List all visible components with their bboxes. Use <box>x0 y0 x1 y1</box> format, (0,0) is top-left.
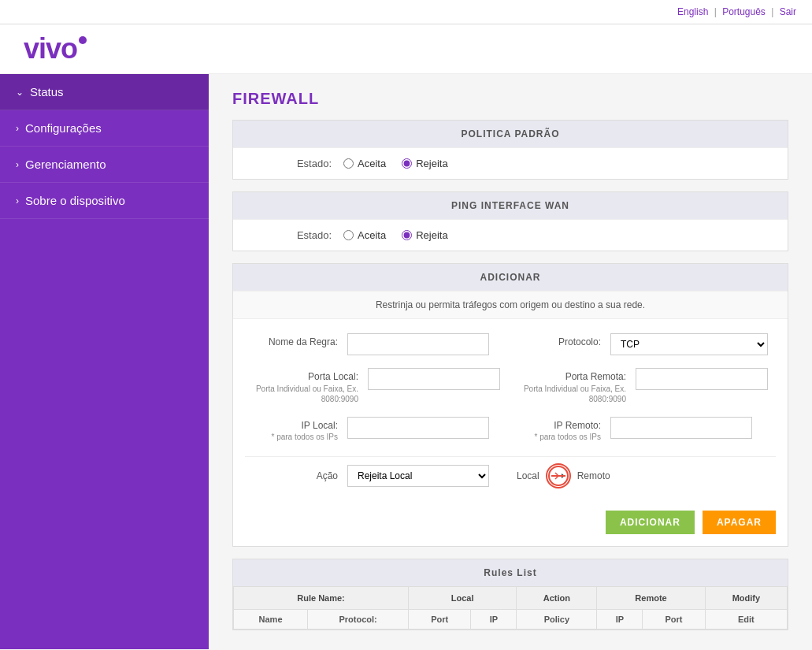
protocolo-select[interactable]: TCP UDP ICMP ALL <box>610 333 768 355</box>
porta-local-field: Porta Local: Porta Individual ou Faixa, … <box>245 362 508 410</box>
sidebar-item-configuracoes[interactable]: › Configurações <box>0 110 209 147</box>
ping-aceita-option[interactable]: Aceita <box>343 229 386 241</box>
sub-col-policy: Policy <box>517 610 597 630</box>
porta-remota-field: Porta Remota: Porta Individual ou Faixa,… <box>508 362 776 410</box>
sub-col-port: Port <box>409 610 471 630</box>
nome-regra-label: Nome da Regra: <box>253 333 347 349</box>
acao-controls: Aceita Local Rejeita Local Aceita Remoto… <box>347 463 610 488</box>
main-layout: ⌄ Status › Configurações › Gerenciamento… <box>0 74 812 649</box>
ping-aceita-radio[interactable] <box>343 230 354 240</box>
logo: vivo <box>24 32 788 65</box>
sub-col-ip-remote: IP <box>597 610 643 630</box>
ip-remoto-input[interactable] <box>610 417 752 439</box>
col-modify: Modify <box>705 587 787 610</box>
porta-local-input[interactable] <box>368 368 500 390</box>
porta-remota-input[interactable] <box>636 368 768 390</box>
direction-toggle-button[interactable] <box>546 463 571 488</box>
lang-portuguese[interactable]: Português <box>722 6 766 17</box>
ping-estado-label: Estado: <box>249 229 343 241</box>
chevron-right-icon: › <box>16 123 19 134</box>
col-local: Local <box>409 587 517 610</box>
direction-control: Local Remoto <box>517 463 610 488</box>
ip-local-field: IP Local: * para todos os IPs <box>245 410 508 449</box>
top-bar: English | Português | Sair <box>0 0 812 24</box>
acao-select[interactable]: Aceita Local Rejeita Local Aceita Remoto… <box>347 465 489 487</box>
page-title: FIREWALL <box>232 90 788 108</box>
adicionar-header: ADICIONAR <box>233 264 788 291</box>
politica-rejeita-option[interactable]: Rejeita <box>402 158 447 169</box>
sidebar: ⌄ Status › Configurações › Gerenciamento… <box>0 74 209 649</box>
chevron-down-icon: ⌄ <box>16 87 24 98</box>
sub-col-ip-local: IP <box>471 610 517 630</box>
ip-local-label: IP Local: * para todos os IPs <box>253 417 347 443</box>
separator-1: | <box>714 6 717 17</box>
politica-padrao-panel: POLITICA PADRÃO Estado: Aceita Rejeita <box>232 120 788 180</box>
ping-aceita-label: Aceita <box>358 229 386 241</box>
politica-aceita-option[interactable]: Aceita <box>343 158 386 169</box>
sidebar-item-label: Gerenciamento <box>25 158 106 171</box>
nome-regra-field: Nome da Regra: <box>245 327 508 362</box>
separator-2: | <box>771 6 773 17</box>
header: vivo <box>0 24 812 74</box>
logout-link[interactable]: Sair <box>780 6 796 17</box>
ip-remoto-field: IP Remoto: * para todos os IPs <box>508 410 776 449</box>
sidebar-item-status[interactable]: ⌄ Status <box>0 74 209 110</box>
logo-dot <box>79 36 87 44</box>
table-header-row: Rule Name: Local Action Remote Modify <box>234 587 788 610</box>
rules-list-header: Rules List <box>233 559 788 586</box>
porta-local-label: Porta Local: Porta Individual ou Faixa, … <box>253 368 368 404</box>
rules-list-panel: Rules List Rule Name: Local Action Remot… <box>232 559 788 630</box>
col-rule-name: Rule Name: <box>234 587 409 610</box>
acao-label: Ação <box>253 470 347 481</box>
sidebar-item-label: Status <box>30 85 64 98</box>
form-grid: Nome da Regra: Protocolo: TCP UDP ICMP A… <box>233 319 788 456</box>
ping-rejeita-label: Rejeita <box>416 229 447 241</box>
sub-col-port-remote: Port <box>643 610 705 630</box>
ping-wan-estado-row: Estado: Aceita Rejeita <box>233 219 788 251</box>
politica-aceita-label: Aceita <box>358 158 386 169</box>
direction-local-label: Local <box>517 470 539 481</box>
ip-local-input[interactable] <box>347 417 489 439</box>
sidebar-item-label: Sobre o dispositivo <box>25 194 125 207</box>
lang-english[interactable]: English <box>677 6 708 17</box>
apagar-button[interactable]: APAGAR <box>703 511 776 534</box>
x-circle-icon <box>547 465 569 487</box>
politica-rejeita-radio[interactable] <box>402 158 412 169</box>
sub-col-protocol: Protocol: <box>308 610 409 630</box>
sidebar-item-sobre[interactable]: › Sobre o dispositivo <box>0 183 209 219</box>
direction-remote-label: Remoto <box>577 470 610 481</box>
politica-aceita-radio[interactable] <box>343 158 354 169</box>
politica-padrao-estado-row: Estado: Aceita Rejeita <box>233 147 788 179</box>
politica-padrao-header: POLITICA PADRÃO <box>233 121 788 147</box>
sidebar-item-label: Configurações <box>25 121 102 135</box>
sidebar-item-gerenciamento[interactable]: › Gerenciamento <box>0 147 209 183</box>
ip-remoto-label: IP Remoto: * para todos os IPs <box>516 417 610 443</box>
porta-remota-label: Porta Remota: Porta Individual ou Faixa,… <box>516 368 636 404</box>
sub-col-name: Name <box>234 610 308 630</box>
table-sub-header-row: Name Protocol: Port IP Policy IP Port Ed… <box>234 610 788 630</box>
ping-rejeita-option[interactable]: Rejeita <box>402 229 447 241</box>
ping-radio-group: Aceita Rejeita <box>343 229 448 241</box>
protocolo-label: Protocolo: <box>516 333 610 349</box>
politica-radio-group: Aceita Rejeita <box>343 158 448 169</box>
politica-estado-label: Estado: <box>249 158 343 169</box>
ping-wan-header: Ping Interface WAN <box>233 192 788 219</box>
sub-col-edit: Edit <box>705 610 787 630</box>
svg-point-0 <box>549 466 568 485</box>
col-action: Action <box>517 587 597 610</box>
ping-wan-panel: Ping Interface WAN Estado: Aceita Rejeit… <box>232 191 788 251</box>
chevron-right-icon: › <box>16 159 19 170</box>
main-content: FIREWALL POLITICA PADRÃO Estado: Aceita … <box>209 74 812 649</box>
button-row: ADICIONAR APAGAR <box>233 503 788 546</box>
nome-regra-input[interactable] <box>347 333 489 355</box>
chevron-right-icon: › <box>16 195 19 206</box>
protocolo-field: Protocolo: TCP UDP ICMP ALL <box>508 327 776 362</box>
acao-row: Ação Aceita Local Rejeita Local Aceita R… <box>245 456 776 495</box>
adicionar-panel: ADICIONAR Restrinja ou permita tráfegos … <box>232 263 788 547</box>
adicionar-button[interactable]: ADICIONAR <box>606 511 695 534</box>
politica-rejeita-label: Rejeita <box>416 158 447 169</box>
ping-rejeita-radio[interactable] <box>402 230 412 240</box>
logo-text: viv <box>24 32 61 65</box>
col-remote: Remote <box>597 587 705 610</box>
rules-table: Rule Name: Local Action Remote Modify Na… <box>233 586 788 630</box>
